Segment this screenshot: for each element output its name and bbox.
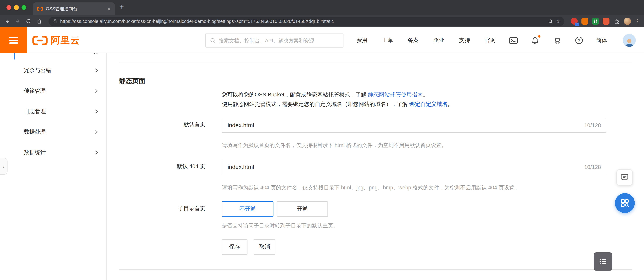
hamburger-icon <box>9 36 18 45</box>
window-zoom-button[interactable] <box>22 5 26 10</box>
notification-bell-icon[interactable] <box>530 36 540 45</box>
browser-window: OSS管理控制台 × + https://oss.console.aliyun.… <box>0 0 644 280</box>
extension-icon-3[interactable] <box>592 18 599 24</box>
new-tab-button[interactable]: + <box>120 3 124 11</box>
extension-icon-1[interactable]: 81 <box>571 18 578 24</box>
list-icon <box>598 257 608 266</box>
section-divider-bottom <box>119 270 632 270</box>
sidebar-item-transfer[interactable]: 传输管理 <box>0 81 106 101</box>
aliyun-logo-mark-icon <box>32 36 48 45</box>
chevron-right-icon <box>93 88 100 94</box>
subdir-enable-option[interactable]: 开通 <box>277 201 328 217</box>
sidebar-collapse-handle[interactable]: › <box>0 158 8 175</box>
lock-icon <box>53 19 58 24</box>
default-homepage-hint: 请填写作为默认首页的文件名，仅支持根目录下 html 格式的文件，为空则不启用默… <box>222 142 447 149</box>
window-minimize-button[interactable] <box>14 5 19 10</box>
reload-button[interactable] <box>25 18 32 24</box>
console-header: 阿里云 费用 工单 备案 企业 支持 官网 <box>0 27 644 53</box>
chevron-right-icon <box>93 108 100 115</box>
product-menu-button[interactable] <box>0 27 27 53</box>
bind-custom-domain-link[interactable]: 绑定自定义域名 <box>409 101 448 107</box>
subdir-disable-option[interactable]: 不开通 <box>222 201 274 217</box>
nav-item-enterprise[interactable]: 企业 <box>434 37 444 44</box>
home-button[interactable] <box>36 18 42 24</box>
intro-line-2: 使用静态网站托管模式，需要绑定您的自定义域名（即您网站的域名），了解 绑定自定义… <box>222 100 453 109</box>
sidebar-item-redundancy[interactable]: 冗余与容错 <box>0 60 106 81</box>
default-404-input[interactable] <box>222 164 584 170</box>
sidebar-item-logging[interactable]: 日志管理 <box>0 101 106 122</box>
tab-close-button[interactable]: × <box>106 6 112 12</box>
browser-profile-avatar[interactable] <box>624 18 631 25</box>
header-nav: 费用 工单 备案 企业 支持 官网 <box>356 27 496 53</box>
console-search-input[interactable] <box>219 38 340 44</box>
nav-item-billing[interactable]: 费用 <box>356 37 368 44</box>
sidebar-item-label: 数据处理 <box>24 128 46 136</box>
address-bar[interactable]: https://oss.console.aliyun.com/bucket/os… <box>48 16 564 26</box>
back-button[interactable] <box>4 18 10 24</box>
notification-dot <box>538 35 540 38</box>
feedback-button[interactable] <box>616 169 633 186</box>
locale-switcher[interactable]: 简体 <box>596 27 607 53</box>
extension-icon-4[interactable] <box>603 18 610 24</box>
default-homepage-field: 10/128 <box>222 118 606 133</box>
default-404-field: 10/128 <box>222 160 606 174</box>
main-content: 静态页面 您可以将您的OSS Bucket，配置成静态网站托管模式，了解 静态网… <box>107 53 644 280</box>
aliyun-logo[interactable]: 阿里云 <box>32 27 80 53</box>
browser-toolbar: https://oss.console.aliyun.com/bucket/os… <box>0 15 644 27</box>
intro-end-1: 。 <box>423 92 428 98</box>
chevron-right-icon <box>93 128 100 136</box>
chevron-up-icon <box>92 53 99 56</box>
intro-end-2: 。 <box>448 101 453 107</box>
sidebar: 冗余与容错 传输管理 日志管理 数据处理 数据统计 <box>0 53 107 280</box>
save-button[interactable]: 保存 <box>222 239 248 255</box>
diagnose-button[interactable] <box>615 193 635 213</box>
chevron-right-icon <box>93 149 100 156</box>
active-item-indicator <box>14 53 15 60</box>
subdir-homepage-label: 子目录首页 <box>119 205 206 212</box>
url-text: https://oss.console.aliyun.com/bucket/os… <box>60 19 545 24</box>
chevron-right-icon <box>93 67 100 74</box>
intro-text: 您可以将您的OSS Bucket，配置成静态网站托管模式，了解 静态网站托管使用… <box>222 90 453 109</box>
svg-text:?: ? <box>578 38 580 43</box>
sidebar-item-label: 传输管理 <box>24 87 46 94</box>
diagnose-icon <box>620 198 630 208</box>
nav-item-website[interactable]: 官网 <box>485 37 496 44</box>
browser-tab[interactable]: OSS管理控制台 × <box>33 2 115 15</box>
tab-strip: OSS管理控制台 × + <box>0 0 644 15</box>
cancel-button[interactable]: 取消 <box>254 239 275 255</box>
section-title: 静态页面 <box>119 76 145 86</box>
sidebar-item-label: 数据统计 <box>24 149 46 156</box>
section-divider-top <box>119 62 632 63</box>
nav-item-support[interactable]: 支持 <box>459 37 470 44</box>
aliyun-favicon-icon <box>37 7 43 11</box>
intro-line-1: 您可以将您的OSS Bucket，配置成静态网站托管模式，了解 静态网站托管使用… <box>222 90 453 100</box>
default-homepage-input[interactable] <box>222 122 584 129</box>
default-404-label: 默认 404 页 <box>119 163 206 170</box>
extensions-puzzle-icon[interactable] <box>613 18 620 24</box>
subdir-homepage-hint: 是否支持访问子目录时转到子目录下的默认主页。 <box>222 222 338 230</box>
window-close-button[interactable] <box>6 5 11 10</box>
bookmark-star-icon[interactable]: ☆ <box>556 18 560 24</box>
page-outline-button[interactable] <box>594 252 612 271</box>
nav-item-icp[interactable]: 备案 <box>408 37 419 44</box>
extension-icon-2[interactable] <box>582 18 588 24</box>
forward-button[interactable] <box>15 18 21 24</box>
default-404-hint: 请填写作为默认 404 页的文件名，仅支持根目录下 html、jpg、png、b… <box>222 184 520 192</box>
cart-icon[interactable] <box>552 36 562 45</box>
zoom-icon[interactable] <box>548 19 553 24</box>
console-search-box[interactable] <box>206 34 344 48</box>
intro-text-2: 使用静态网站托管模式，需要绑定您的自定义域名（即您网站的域名），了解 <box>222 101 409 107</box>
intro-text-1: 您可以将您的OSS Bucket，配置成静态网站托管模式，了解 <box>222 92 368 98</box>
help-icon[interactable]: ? <box>574 36 584 45</box>
header-icons: ? <box>509 27 584 53</box>
feedback-chat-icon <box>620 173 629 182</box>
sidebar-item-data-processing[interactable]: 数据处理 <box>0 122 106 142</box>
cloudshell-icon[interactable] <box>509 36 518 45</box>
sidebar-item-label: 日志管理 <box>24 108 46 115</box>
user-avatar[interactable] <box>623 34 636 47</box>
sidebar-item-label: 冗余与容错 <box>24 67 51 74</box>
sidebar-item-data-statistics[interactable]: 数据统计 <box>0 142 106 163</box>
browser-menu-icon[interactable]: ⋮ <box>635 18 640 24</box>
nav-item-tickets[interactable]: 工单 <box>382 37 393 44</box>
static-hosting-guide-link[interactable]: 静态网站托管使用指南 <box>368 92 423 98</box>
